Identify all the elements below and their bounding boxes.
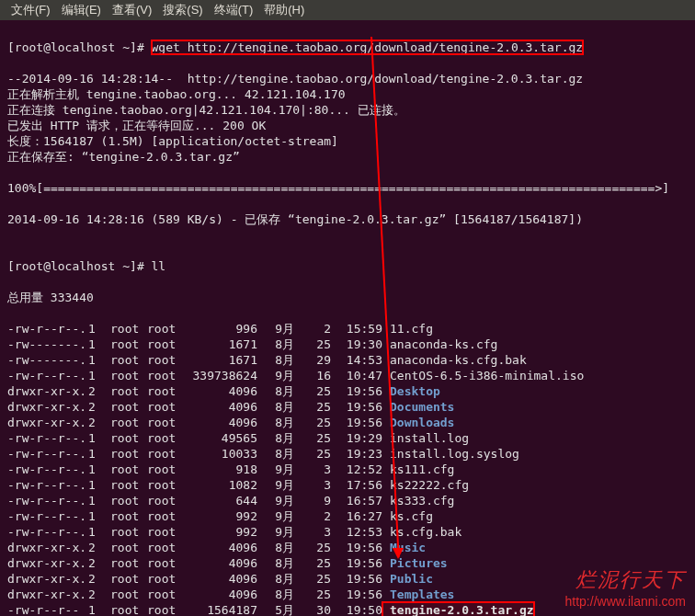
wget-command: wget http://tengine.taobao.org/download/… xyxy=(152,40,584,54)
output-line: 正在保存至: “tengine-2.0.3.tar.gz” xyxy=(7,149,688,165)
file-name: ks.cfg xyxy=(382,508,433,524)
directory-name: Music xyxy=(382,540,426,555)
table-row: -rw-------.1rootroot16718月2914:53anacond… xyxy=(7,352,688,368)
ll-total: 总用量 333440 xyxy=(7,290,688,305)
menu-item[interactable]: 查看(V) xyxy=(108,2,155,18)
output-line xyxy=(7,165,688,180)
directory-name: Pictures xyxy=(382,555,448,571)
table-row: -rw-r--r--.1rootroot9929月216:27ks.cfg xyxy=(7,508,688,524)
menu-item[interactable]: 帮助(H) xyxy=(260,2,308,18)
output-line: 长度：1564187 (1.5M) [application/octet-str… xyxy=(7,133,688,149)
file-name: ks22222.cfg xyxy=(382,477,469,493)
table-row: -rw-r--r--.1rootroot9969月215:5911.cfg xyxy=(7,321,688,337)
output-line xyxy=(7,196,688,211)
directory-name: Public xyxy=(382,571,433,587)
table-row: drwxr-xr-x.2rootroot40968月2519:56Music xyxy=(7,540,688,555)
output-line: 2014-09-16 14:28:16 (589 KB/s) - 已保存 “te… xyxy=(7,211,688,227)
output-line: 已发出 HTTP 请求，正在等待回应... 200 OK xyxy=(7,118,688,133)
watermark-url: http://www.ilanni.com xyxy=(565,594,687,609)
directory-name: Downloads xyxy=(382,415,454,430)
menu-item[interactable]: 文件(F) xyxy=(7,2,54,18)
table-row: drwxr-xr-x.2rootroot40968月2519:56Documen… xyxy=(7,399,688,415)
file-name: anaconda-ks.cfg xyxy=(382,337,497,352)
table-row: -rw-r--r--.1rootroot9189月312:52ks111.cfg xyxy=(7,462,688,477)
file-name: 11.cfg xyxy=(382,321,433,337)
menu-item[interactable]: 搜索(S) xyxy=(159,2,206,18)
directory-name: Templates xyxy=(382,587,454,602)
ll-command: ll xyxy=(152,259,166,273)
table-row: drwxr-xr-x.2rootroot40968月2519:56Desktop xyxy=(7,383,688,399)
watermark-cn: 烂泥行天下 xyxy=(565,566,687,594)
terminal-output[interactable]: [root@localhost ~]# wget http://tengine.… xyxy=(0,20,695,616)
file-name: ks333.cfg xyxy=(382,493,454,508)
table-row: drwxr-xr-x.2rootroot40968月2519:56Downloa… xyxy=(7,415,688,430)
table-row: -rw-r--r--.1rootroot9929月312:53ks.cfg.ba… xyxy=(7,524,688,540)
table-row: -rw-r--r--.1rootroot10829月317:56ks22222.… xyxy=(7,477,688,493)
output-line: 正在连接 tengine.taobao.org|42.121.104.170|:… xyxy=(7,102,688,118)
output-line: 正在解析主机 tengine.taobao.org... 42.121.104.… xyxy=(7,86,688,102)
table-row: -rw-r--r--.1rootroot6449月916:57ks333.cfg xyxy=(7,493,688,508)
prompt-line: [root@localhost ~]# ll xyxy=(7,258,688,274)
output-line xyxy=(7,227,688,243)
output-line: --2014-09-16 14:28:14-- http://tengine.t… xyxy=(7,71,688,86)
highlighted-file: tengine-2.0.3.tar.gz xyxy=(382,602,534,616)
file-name: ks111.cfg xyxy=(382,462,454,477)
prompt-line: [root@localhost ~]# wget http://tengine.… xyxy=(7,40,688,55)
file-name: ks.cfg.bak xyxy=(382,524,461,540)
directory-name: Documents xyxy=(382,399,454,415)
wget-output: --2014-09-16 14:28:14-- http://tengine.t… xyxy=(7,71,688,243)
watermark: 烂泥行天下 http://www.ilanni.com xyxy=(565,566,687,609)
table-row: -rw-r--r--.1rootroot3397386249月1610:47Ce… xyxy=(7,368,688,383)
menu-item[interactable]: 编辑(E) xyxy=(58,2,105,18)
table-row: -rw-------.1rootroot16718月2519:30anacond… xyxy=(7,337,688,352)
output-line: 100%[===================================… xyxy=(7,180,688,196)
directory-name: Desktop xyxy=(382,383,440,399)
file-name: CentOS-6.5-i386-minimal.iso xyxy=(382,368,584,383)
file-name: install.log xyxy=(382,430,469,446)
menubar: 文件(F)编辑(E)查看(V)搜索(S)终端(T)帮助(H) xyxy=(0,0,695,20)
table-row: -rw-r--r--.1rootroot495658月2519:29instal… xyxy=(7,430,688,446)
file-name: anaconda-ks.cfg.bak xyxy=(382,352,527,368)
menu-item[interactable]: 终端(T) xyxy=(211,2,257,18)
table-row: -rw-r--r--.1rootroot100338月2519:23instal… xyxy=(7,446,688,462)
file-name: install.log.syslog xyxy=(382,446,519,462)
